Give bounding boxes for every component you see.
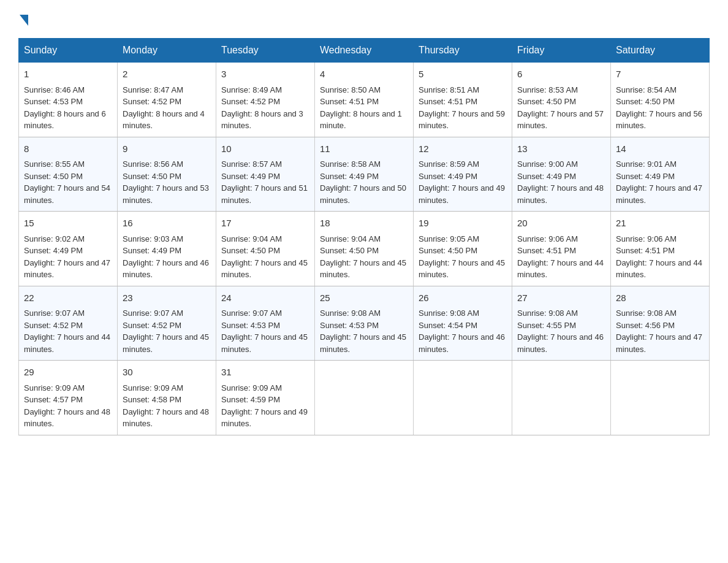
day-number: 9 bbox=[123, 142, 211, 156]
day-info: Sunrise: 9:07 AMSunset: 4:52 PMDaylight:… bbox=[123, 308, 209, 354]
calendar-cell: 4Sunrise: 8:50 AMSunset: 4:51 PMDaylight… bbox=[315, 63, 414, 137]
day-number: 20 bbox=[517, 216, 605, 231]
calendar-cell: 14Sunrise: 9:01 AMSunset: 4:49 PMDayligh… bbox=[611, 137, 710, 212]
day-info: Sunrise: 8:59 AMSunset: 4:49 PMDaylight:… bbox=[419, 159, 505, 205]
day-number: 5 bbox=[419, 67, 507, 82]
day-info: Sunrise: 8:56 AMSunset: 4:50 PMDaylight:… bbox=[123, 159, 209, 205]
calendar-cell: 1Sunrise: 8:46 AMSunset: 4:53 PMDaylight… bbox=[19, 63, 118, 137]
calendar-week-row: 1Sunrise: 8:46 AMSunset: 4:53 PMDaylight… bbox=[19, 63, 710, 137]
calendar-cell: 17Sunrise: 9:04 AMSunset: 4:50 PMDayligh… bbox=[216, 212, 315, 286]
calendar-cell: 26Sunrise: 9:08 AMSunset: 4:54 PMDayligh… bbox=[414, 286, 512, 361]
calendar-cell: 11Sunrise: 8:58 AMSunset: 4:49 PMDayligh… bbox=[315, 137, 414, 212]
calendar-cell bbox=[414, 361, 512, 435]
calendar-cell: 31Sunrise: 9:09 AMSunset: 4:59 PMDayligh… bbox=[216, 361, 315, 435]
calendar-week-row: 15Sunrise: 9:02 AMSunset: 4:49 PMDayligh… bbox=[19, 212, 710, 286]
day-info: Sunrise: 9:05 AMSunset: 4:50 PMDaylight:… bbox=[419, 234, 505, 280]
day-info: Sunrise: 9:07 AMSunset: 4:53 PMDaylight:… bbox=[221, 308, 308, 354]
day-info: Sunrise: 8:58 AMSunset: 4:49 PMDaylight:… bbox=[320, 159, 406, 205]
logo bbox=[18, 12, 28, 26]
day-number: 18 bbox=[320, 216, 408, 231]
calendar-cell: 3Sunrise: 8:49 AMSunset: 4:52 PMDaylight… bbox=[216, 63, 315, 137]
calendar-cell: 2Sunrise: 8:47 AMSunset: 4:52 PMDaylight… bbox=[118, 63, 216, 137]
calendar-table: SundayMondayTuesdayWednesdayThursdayFrid… bbox=[18, 38, 710, 435]
day-number: 29 bbox=[24, 366, 112, 380]
day-info: Sunrise: 8:55 AMSunset: 4:50 PMDaylight:… bbox=[24, 159, 110, 205]
calendar-cell: 19Sunrise: 9:05 AMSunset: 4:50 PMDayligh… bbox=[414, 212, 512, 286]
day-info: Sunrise: 9:07 AMSunset: 4:52 PMDaylight:… bbox=[24, 308, 110, 354]
day-info: Sunrise: 9:06 AMSunset: 4:51 PMDaylight:… bbox=[616, 234, 702, 280]
day-number: 22 bbox=[24, 291, 112, 305]
weekday-header-monday: Monday bbox=[118, 39, 216, 63]
day-number: 30 bbox=[123, 366, 211, 380]
calendar-cell: 29Sunrise: 9:09 AMSunset: 4:57 PMDayligh… bbox=[19, 361, 118, 435]
day-info: Sunrise: 9:09 AMSunset: 4:57 PMDaylight:… bbox=[24, 383, 110, 429]
day-info: Sunrise: 8:46 AMSunset: 4:53 PMDaylight:… bbox=[24, 85, 106, 131]
weekday-header-friday: Friday bbox=[512, 39, 611, 63]
day-info: Sunrise: 9:04 AMSunset: 4:50 PMDaylight:… bbox=[320, 234, 406, 280]
calendar-cell: 5Sunrise: 8:51 AMSunset: 4:51 PMDaylight… bbox=[414, 63, 512, 137]
day-number: 13 bbox=[517, 142, 605, 156]
calendar-cell bbox=[611, 361, 710, 435]
day-number: 12 bbox=[419, 142, 507, 156]
day-info: Sunrise: 8:53 AMSunset: 4:50 PMDaylight:… bbox=[517, 85, 604, 131]
weekday-header-tuesday: Tuesday bbox=[216, 39, 315, 63]
day-number: 3 bbox=[221, 67, 309, 82]
day-number: 17 bbox=[221, 216, 309, 231]
calendar-cell: 16Sunrise: 9:03 AMSunset: 4:49 PMDayligh… bbox=[118, 212, 216, 286]
logo-arrow-icon bbox=[20, 15, 28, 26]
calendar-cell bbox=[315, 361, 414, 435]
day-info: Sunrise: 9:00 AMSunset: 4:49 PMDaylight:… bbox=[517, 159, 604, 205]
calendar-cell: 10Sunrise: 8:57 AMSunset: 4:49 PMDayligh… bbox=[216, 137, 315, 212]
day-number: 1 bbox=[24, 67, 112, 82]
calendar-cell: 30Sunrise: 9:09 AMSunset: 4:58 PMDayligh… bbox=[118, 361, 216, 435]
calendar-cell: 8Sunrise: 8:55 AMSunset: 4:50 PMDaylight… bbox=[19, 137, 118, 212]
day-number: 7 bbox=[616, 67, 704, 82]
calendar-cell: 13Sunrise: 9:00 AMSunset: 4:49 PMDayligh… bbox=[512, 137, 611, 212]
calendar-cell: 25Sunrise: 9:08 AMSunset: 4:53 PMDayligh… bbox=[315, 286, 414, 361]
calendar-cell: 24Sunrise: 9:07 AMSunset: 4:53 PMDayligh… bbox=[216, 286, 315, 361]
day-number: 24 bbox=[221, 291, 309, 305]
day-info: Sunrise: 9:08 AMSunset: 4:53 PMDaylight:… bbox=[320, 308, 406, 354]
day-info: Sunrise: 8:54 AMSunset: 4:50 PMDaylight:… bbox=[616, 85, 702, 131]
day-info: Sunrise: 9:02 AMSunset: 4:49 PMDaylight:… bbox=[24, 234, 110, 280]
day-number: 14 bbox=[616, 142, 704, 156]
calendar-cell: 22Sunrise: 9:07 AMSunset: 4:52 PMDayligh… bbox=[19, 286, 118, 361]
weekday-header-thursday: Thursday bbox=[414, 39, 512, 63]
day-info: Sunrise: 8:49 AMSunset: 4:52 PMDaylight:… bbox=[221, 85, 303, 131]
day-info: Sunrise: 9:01 AMSunset: 4:49 PMDaylight:… bbox=[616, 159, 702, 205]
calendar-cell: 6Sunrise: 8:53 AMSunset: 4:50 PMDaylight… bbox=[512, 63, 611, 137]
day-info: Sunrise: 8:57 AMSunset: 4:49 PMDaylight:… bbox=[221, 159, 308, 205]
day-info: Sunrise: 8:51 AMSunset: 4:51 PMDaylight:… bbox=[419, 85, 505, 131]
calendar-cell: 7Sunrise: 8:54 AMSunset: 4:50 PMDaylight… bbox=[611, 63, 710, 137]
day-number: 2 bbox=[123, 67, 211, 82]
day-number: 27 bbox=[517, 291, 605, 305]
day-info: Sunrise: 9:08 AMSunset: 4:55 PMDaylight:… bbox=[517, 308, 604, 354]
calendar-cell: 20Sunrise: 9:06 AMSunset: 4:51 PMDayligh… bbox=[512, 212, 611, 286]
calendar-cell: 21Sunrise: 9:06 AMSunset: 4:51 PMDayligh… bbox=[611, 212, 710, 286]
page-header bbox=[18, 12, 710, 26]
calendar-cell: 23Sunrise: 9:07 AMSunset: 4:52 PMDayligh… bbox=[118, 286, 216, 361]
day-number: 25 bbox=[320, 291, 408, 305]
day-number: 26 bbox=[419, 291, 507, 305]
day-number: 4 bbox=[320, 67, 408, 82]
day-number: 8 bbox=[24, 142, 112, 156]
weekday-header-sunday: Sunday bbox=[19, 39, 118, 63]
weekday-header-saturday: Saturday bbox=[611, 39, 710, 63]
calendar-week-row: 29Sunrise: 9:09 AMSunset: 4:57 PMDayligh… bbox=[19, 361, 710, 435]
day-info: Sunrise: 8:47 AMSunset: 4:52 PMDaylight:… bbox=[123, 85, 205, 131]
day-info: Sunrise: 9:06 AMSunset: 4:51 PMDaylight:… bbox=[517, 234, 604, 280]
calendar-cell: 28Sunrise: 9:08 AMSunset: 4:56 PMDayligh… bbox=[611, 286, 710, 361]
day-info: Sunrise: 9:03 AMSunset: 4:49 PMDaylight:… bbox=[123, 234, 209, 280]
calendar-week-row: 8Sunrise: 8:55 AMSunset: 4:50 PMDaylight… bbox=[19, 137, 710, 212]
calendar-cell: 9Sunrise: 8:56 AMSunset: 4:50 PMDaylight… bbox=[118, 137, 216, 212]
day-number: 23 bbox=[123, 291, 211, 305]
day-number: 11 bbox=[320, 142, 408, 156]
day-number: 15 bbox=[24, 216, 112, 231]
day-info: Sunrise: 9:09 AMSunset: 4:59 PMDaylight:… bbox=[221, 383, 308, 429]
day-info: Sunrise: 9:04 AMSunset: 4:50 PMDaylight:… bbox=[221, 234, 308, 280]
day-number: 10 bbox=[221, 142, 309, 156]
day-number: 31 bbox=[221, 366, 309, 380]
day-info: Sunrise: 9:08 AMSunset: 4:56 PMDaylight:… bbox=[616, 308, 702, 354]
calendar-cell bbox=[512, 361, 611, 435]
day-number: 21 bbox=[616, 216, 704, 231]
